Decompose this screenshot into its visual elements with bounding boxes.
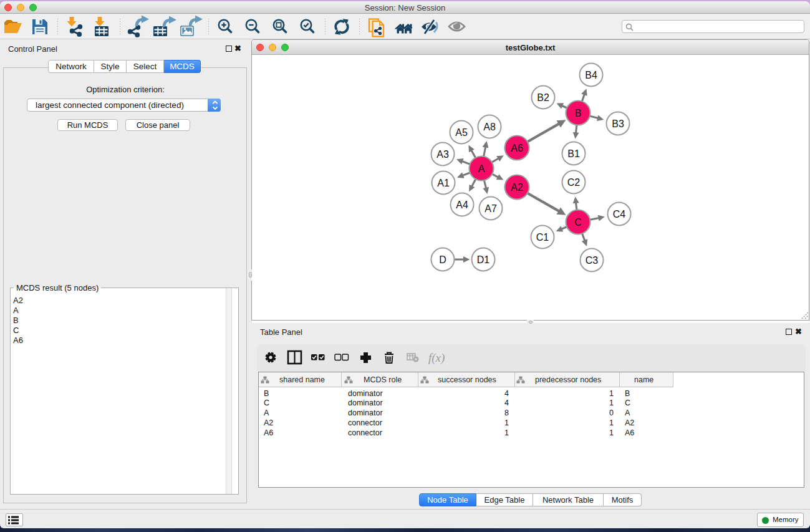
svg-text:D1: D1: [477, 254, 490, 265]
svg-text:A8: A8: [483, 122, 496, 132]
svg-text:A6: A6: [511, 143, 523, 153]
svg-text:B3: B3: [612, 118, 624, 129]
svg-text:A1: A1: [437, 178, 450, 188]
svg-text:A5: A5: [455, 127, 468, 138]
svg-text:B1: B1: [567, 148, 580, 159]
svg-text:A7: A7: [485, 203, 497, 214]
svg-text:D: D: [439, 254, 446, 265]
svg-text:C: C: [574, 217, 582, 228]
svg-text:A2: A2: [511, 182, 523, 193]
svg-text:B: B: [575, 108, 582, 118]
svg-text:C1: C1: [536, 232, 549, 243]
svg-text:f(x): f(x): [428, 351, 445, 365]
svg-text:C3: C3: [586, 255, 599, 266]
svg-text:A4: A4: [456, 200, 468, 210]
svg-text:C4: C4: [613, 209, 626, 220]
svg-text:A3: A3: [436, 149, 449, 160]
svg-text:B2: B2: [537, 92, 549, 103]
svg-text:A: A: [478, 163, 485, 174]
svg-text:B4: B4: [585, 70, 597, 80]
svg-text:C2: C2: [567, 177, 581, 188]
